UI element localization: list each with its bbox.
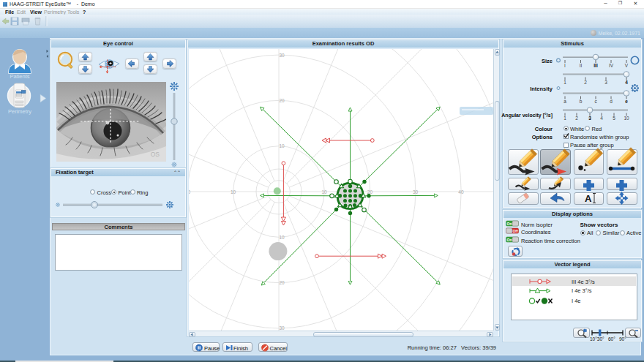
svg-text:20: 20 xyxy=(280,98,285,103)
svg-text:On: On xyxy=(507,222,512,226)
svg-text:40: 40 xyxy=(458,189,464,195)
svg-text:30: 30 xyxy=(280,53,285,58)
svg-text:10: 10 xyxy=(280,235,285,240)
svg-text:On: On xyxy=(507,238,512,242)
svg-text:20: 20 xyxy=(367,189,373,195)
svg-text:10: 10 xyxy=(280,143,285,148)
svg-text:OS: OS xyxy=(151,151,160,158)
svg-text:III 4e 3°/s: III 4e 3°/s xyxy=(572,279,595,285)
svg-text:30: 30 xyxy=(280,325,285,331)
svg-text:Patients: Patients xyxy=(10,73,29,80)
svg-text:30: 30 xyxy=(413,189,419,195)
svg-text:20: 20 xyxy=(189,189,191,195)
svg-text:I 4e 3°/s: I 4e 3°/s xyxy=(572,287,592,294)
svg-text:I 4e: I 4e xyxy=(572,298,581,304)
svg-text:Off: Off xyxy=(512,229,518,233)
svg-text:20: 20 xyxy=(280,280,285,285)
svg-text:10: 10 xyxy=(231,189,236,195)
svg-text:Perimetry: Perimetry xyxy=(8,108,31,115)
svg-text:10: 10 xyxy=(322,189,328,195)
